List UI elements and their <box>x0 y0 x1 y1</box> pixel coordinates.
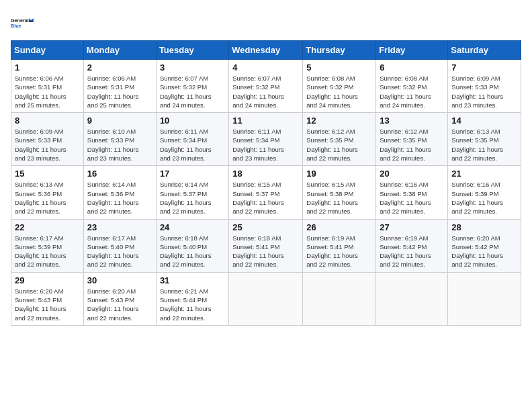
day-number: 21 <box>451 169 517 179</box>
calendar-cell: 17Sunrise: 6:14 AM Sunset: 5:37 PM Dayli… <box>156 166 228 219</box>
day-number: 25 <box>232 222 299 232</box>
day-number: 18 <box>232 169 299 179</box>
day-info: Sunrise: 6:18 AM Sunset: 5:41 PM Dayligh… <box>232 234 299 269</box>
day-info: Sunrise: 6:08 AM Sunset: 5:32 PM Dayligh… <box>380 74 444 109</box>
calendar-header-row: SundayMondayTuesdayWednesdayThursdayFrid… <box>11 41 521 60</box>
calendar-cell: 13Sunrise: 6:12 AM Sunset: 5:35 PM Dayli… <box>376 113 448 166</box>
day-number: 6 <box>380 62 444 73</box>
calendar-week-5: 29Sunrise: 6:20 AM Sunset: 5:43 PM Dayli… <box>11 272 521 325</box>
day-number: 26 <box>306 222 372 232</box>
day-info: Sunrise: 6:15 AM Sunset: 5:37 PM Dayligh… <box>232 180 299 216</box>
col-header-thursday: Thursday <box>303 41 376 60</box>
calendar-cell: 14Sunrise: 6:13 AM Sunset: 5:35 PM Dayli… <box>448 113 521 166</box>
day-info: Sunrise: 6:18 AM Sunset: 5:40 PM Dayligh… <box>160 234 225 269</box>
col-header-saturday: Saturday <box>448 41 521 60</box>
day-number: 19 <box>306 169 372 179</box>
day-number: 1 <box>15 62 80 73</box>
day-number: 3 <box>160 62 225 73</box>
calendar-table: SundayMondayTuesdayWednesdayThursdayFrid… <box>11 40 521 326</box>
calendar-week-4: 22Sunrise: 6:17 AM Sunset: 5:39 PM Dayli… <box>11 219 521 272</box>
calendar-cell: 16Sunrise: 6:14 AM Sunset: 5:36 PM Dayli… <box>83 166 156 219</box>
day-info: Sunrise: 6:21 AM Sunset: 5:44 PM Dayligh… <box>160 287 225 322</box>
day-number: 13 <box>380 116 444 126</box>
day-info: Sunrise: 6:20 AM Sunset: 5:43 PM Dayligh… <box>15 287 80 322</box>
day-info: Sunrise: 6:19 AM Sunset: 5:42 PM Dayligh… <box>380 234 444 269</box>
day-number: 11 <box>232 116 299 126</box>
calendar-cell: 8Sunrise: 6:09 AM Sunset: 5:33 PM Daylig… <box>11 113 84 166</box>
day-info: Sunrise: 6:19 AM Sunset: 5:41 PM Dayligh… <box>306 234 372 269</box>
day-number: 16 <box>87 169 152 179</box>
day-info: Sunrise: 6:12 AM Sunset: 5:35 PM Dayligh… <box>306 127 372 163</box>
svg-text:Blue: Blue <box>11 23 21 29</box>
day-number: 2 <box>87 62 152 73</box>
calendar-cell: 23Sunrise: 6:17 AM Sunset: 5:40 PM Dayli… <box>83 219 156 272</box>
day-number: 28 <box>451 222 517 232</box>
day-number: 15 <box>15 169 80 179</box>
calendar-week-1: 1Sunrise: 6:06 AM Sunset: 5:31 PM Daylig… <box>11 60 521 113</box>
day-number: 5 <box>306 62 372 73</box>
calendar-cell: 3Sunrise: 6:07 AM Sunset: 5:32 PM Daylig… <box>156 60 228 113</box>
logo-icon: GeneralBlue <box>11 11 35 35</box>
day-info: Sunrise: 6:15 AM Sunset: 5:38 PM Dayligh… <box>306 180 372 216</box>
calendar-cell: 21Sunrise: 6:16 AM Sunset: 5:39 PM Dayli… <box>448 166 521 219</box>
calendar-cell: 25Sunrise: 6:18 AM Sunset: 5:41 PM Dayli… <box>229 219 303 272</box>
day-info: Sunrise: 6:07 AM Sunset: 5:32 PM Dayligh… <box>232 74 299 109</box>
calendar-cell <box>376 272 448 325</box>
day-number: 20 <box>380 169 444 179</box>
calendar-cell: 4Sunrise: 6:07 AM Sunset: 5:32 PM Daylig… <box>229 60 303 113</box>
day-info: Sunrise: 6:10 AM Sunset: 5:33 PM Dayligh… <box>87 127 152 163</box>
calendar-cell: 1Sunrise: 6:06 AM Sunset: 5:31 PM Daylig… <box>11 60 84 113</box>
day-number: 30 <box>87 275 152 285</box>
day-info: Sunrise: 6:20 AM Sunset: 5:43 PM Dayligh… <box>87 287 152 322</box>
col-header-friday: Friday <box>376 41 448 60</box>
calendar-cell: 15Sunrise: 6:13 AM Sunset: 5:36 PM Dayli… <box>11 166 84 219</box>
col-header-tuesday: Tuesday <box>156 41 228 60</box>
day-number: 17 <box>160 169 225 179</box>
day-number: 31 <box>160 275 225 285</box>
calendar-cell: 29Sunrise: 6:20 AM Sunset: 5:43 PM Dayli… <box>11 272 84 325</box>
day-info: Sunrise: 6:16 AM Sunset: 5:39 PM Dayligh… <box>451 180 517 216</box>
col-header-sunday: Sunday <box>11 41 84 60</box>
calendar-cell: 7Sunrise: 6:09 AM Sunset: 5:33 PM Daylig… <box>448 60 521 113</box>
day-number: 10 <box>160 116 225 126</box>
day-number: 7 <box>451 62 517 73</box>
day-info: Sunrise: 6:16 AM Sunset: 5:38 PM Dayligh… <box>380 180 444 216</box>
day-info: Sunrise: 6:12 AM Sunset: 5:35 PM Dayligh… <box>380 127 444 163</box>
day-info: Sunrise: 6:06 AM Sunset: 5:31 PM Dayligh… <box>87 74 152 109</box>
calendar-cell: 9Sunrise: 6:10 AM Sunset: 5:33 PM Daylig… <box>83 113 156 166</box>
day-info: Sunrise: 6:11 AM Sunset: 5:34 PM Dayligh… <box>160 127 225 163</box>
calendar-cell: 11Sunrise: 6:11 AM Sunset: 5:34 PM Dayli… <box>229 113 303 166</box>
calendar-cell: 5Sunrise: 6:08 AM Sunset: 5:32 PM Daylig… <box>303 60 376 113</box>
day-number: 8 <box>15 116 80 126</box>
calendar-cell: 28Sunrise: 6:20 AM Sunset: 5:42 PM Dayli… <box>448 219 521 272</box>
day-info: Sunrise: 6:09 AM Sunset: 5:33 PM Dayligh… <box>15 127 80 163</box>
page-header: GeneralBlue <box>11 11 521 35</box>
day-number: 27 <box>380 222 444 232</box>
calendar-cell: 18Sunrise: 6:15 AM Sunset: 5:37 PM Dayli… <box>229 166 303 219</box>
col-header-wednesday: Wednesday <box>229 41 303 60</box>
day-info: Sunrise: 6:14 AM Sunset: 5:37 PM Dayligh… <box>160 180 225 216</box>
day-info: Sunrise: 6:06 AM Sunset: 5:31 PM Dayligh… <box>15 74 80 109</box>
calendar-week-3: 15Sunrise: 6:13 AM Sunset: 5:36 PM Dayli… <box>11 166 521 219</box>
calendar-cell: 2Sunrise: 6:06 AM Sunset: 5:31 PM Daylig… <box>83 60 156 113</box>
calendar-cell: 30Sunrise: 6:20 AM Sunset: 5:43 PM Dayli… <box>83 272 156 325</box>
logo: GeneralBlue <box>11 11 35 35</box>
day-info: Sunrise: 6:13 AM Sunset: 5:35 PM Dayligh… <box>451 127 517 163</box>
calendar-cell: 6Sunrise: 6:08 AM Sunset: 5:32 PM Daylig… <box>376 60 448 113</box>
day-number: 12 <box>306 116 372 126</box>
day-info: Sunrise: 6:09 AM Sunset: 5:33 PM Dayligh… <box>451 74 517 109</box>
day-info: Sunrise: 6:13 AM Sunset: 5:36 PM Dayligh… <box>15 180 80 216</box>
day-info: Sunrise: 6:17 AM Sunset: 5:39 PM Dayligh… <box>15 234 80 269</box>
calendar-cell: 27Sunrise: 6:19 AM Sunset: 5:42 PM Dayli… <box>376 219 448 272</box>
calendar-cell: 12Sunrise: 6:12 AM Sunset: 5:35 PM Dayli… <box>303 113 376 166</box>
calendar-cell: 20Sunrise: 6:16 AM Sunset: 5:38 PM Dayli… <box>376 166 448 219</box>
day-info: Sunrise: 6:11 AM Sunset: 5:34 PM Dayligh… <box>232 127 299 163</box>
day-info: Sunrise: 6:17 AM Sunset: 5:40 PM Dayligh… <box>87 234 152 269</box>
calendar-cell: 22Sunrise: 6:17 AM Sunset: 5:39 PM Dayli… <box>11 219 84 272</box>
calendar-cell: 24Sunrise: 6:18 AM Sunset: 5:40 PM Dayli… <box>156 219 228 272</box>
calendar-cell <box>303 272 376 325</box>
day-number: 24 <box>160 222 225 232</box>
day-info: Sunrise: 6:14 AM Sunset: 5:36 PM Dayligh… <box>87 180 152 216</box>
day-info: Sunrise: 6:07 AM Sunset: 5:32 PM Dayligh… <box>160 74 225 109</box>
calendar-week-2: 8Sunrise: 6:09 AM Sunset: 5:33 PM Daylig… <box>11 113 521 166</box>
